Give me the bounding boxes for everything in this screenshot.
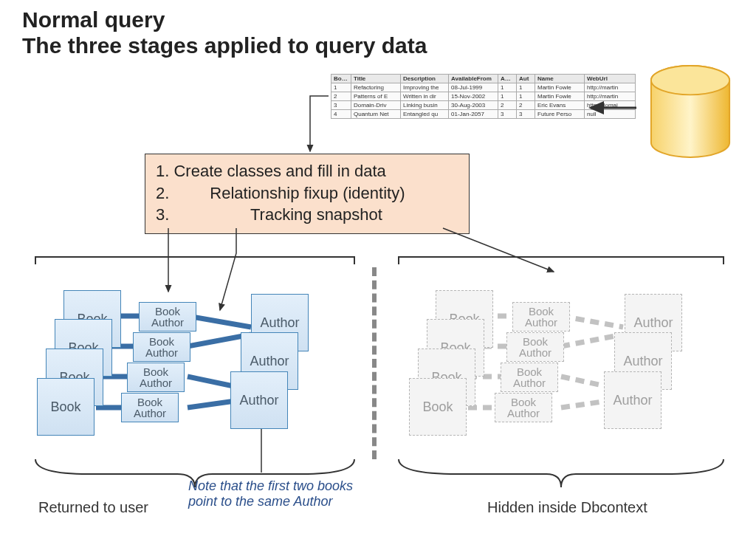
grid-row: 2 Patterns of E Written in dir 15-Nov-20… xyxy=(331,92,636,101)
bookauthor-box: Book Author xyxy=(133,332,190,362)
caption-left: Returned to user xyxy=(38,499,148,516)
stage-2: 2. Relationship fixup (identity) xyxy=(156,182,458,205)
brace-right xyxy=(399,459,724,487)
bookauthor-box: Book Author xyxy=(121,393,179,422)
author-box-ghost: Author xyxy=(604,371,662,429)
svg-line-3 xyxy=(188,316,251,327)
col-auth2: Aut xyxy=(517,75,535,83)
bookauthor-box: Book Author xyxy=(139,302,196,332)
bookauthor-box-ghost: Book Author xyxy=(501,363,558,392)
svg-point-1 xyxy=(651,66,729,95)
col-title: Title xyxy=(351,75,401,83)
bracket-right-top xyxy=(399,257,724,264)
col-desc: Description xyxy=(401,75,449,83)
stage-1: 1. Create classes and fill in data xyxy=(156,160,458,182)
arrow-stage3-to-snapshot xyxy=(443,228,554,272)
book-box-ghost: Book xyxy=(409,378,467,436)
grid-row: 4 Quantum Net Entangled qu 01-Jan-2057 3… xyxy=(331,110,636,119)
bracket-left-top xyxy=(35,257,354,264)
stage-3: 3. Tracking snapshot xyxy=(156,204,458,226)
author-box: Author xyxy=(230,371,288,429)
divider-dashed xyxy=(372,267,377,459)
col-bookid: BookI xyxy=(331,75,351,83)
grid-row: 1 Refactoring Improving the 08-Jul-1999 … xyxy=(331,83,636,92)
result-grid: BookI Title Description AvailableFrom Au… xyxy=(331,74,636,119)
grid-body: 1 Refactoring Improving the 08-Jul-1999 … xyxy=(331,83,636,119)
svg-line-11 xyxy=(561,316,623,327)
title-line1: Normal query xyxy=(22,7,165,32)
grid-row: 3 Domain-Driv Linking busin 30-Aug-2003 … xyxy=(331,101,636,110)
arrow-table-to-stages xyxy=(310,96,329,151)
caption-right: Hidden inside Dbcontext xyxy=(487,499,647,516)
arrow-stage2-to-link xyxy=(220,228,236,310)
diagram-root: Normal query The three stages applied to… xyxy=(0,0,756,539)
bookauthor-box: Book Author xyxy=(127,363,185,392)
col-auth1: Auth xyxy=(498,75,517,83)
col-name: Name xyxy=(535,75,585,83)
col-avail: AvailableFrom xyxy=(449,75,498,83)
identity-note: Note that the first two books point to t… xyxy=(188,478,353,509)
col-url: WebUrl xyxy=(585,75,636,83)
diagram-title: Normal query The three stages applied to… xyxy=(22,7,427,58)
book-box: Book xyxy=(37,378,94,436)
grid-header: BookI Title Description AvailableFrom Au… xyxy=(331,75,636,83)
database-icon xyxy=(647,63,734,159)
stages-box: 1. Create classes and fill in data 2. Re… xyxy=(145,154,470,234)
title-line2: The three stages applied to query data xyxy=(22,33,427,58)
bookauthor-box-ghost: Book Author xyxy=(512,302,570,332)
bookauthor-box-ghost: Book Author xyxy=(495,393,552,422)
bookauthor-box-ghost: Book Author xyxy=(506,332,564,362)
